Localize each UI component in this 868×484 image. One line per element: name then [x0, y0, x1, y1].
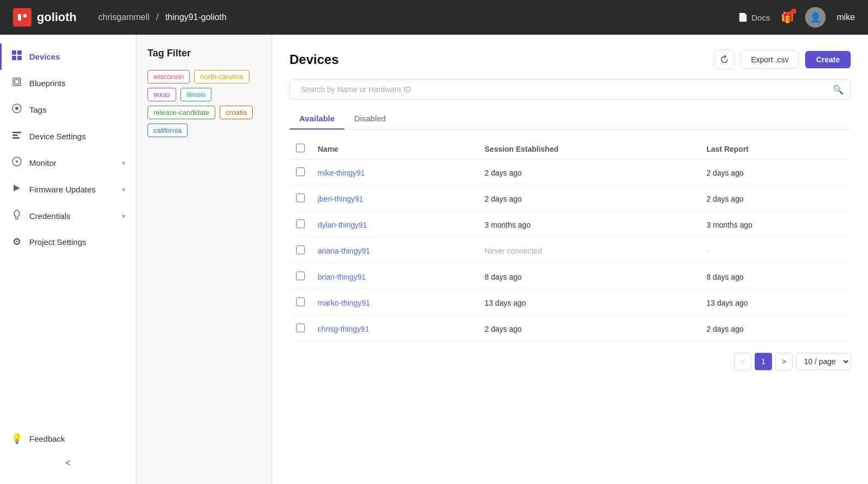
table-row: jberi-thingy91 2 days ago 2 days ago: [290, 186, 851, 212]
device-name-cell[interactable]: dylan-thingy91: [311, 212, 478, 238]
sidebar-item-label: Tags: [29, 105, 47, 114]
row-checkbox[interactable]: [296, 220, 305, 228]
tags-container: wisconsinnorth-carolinatexasillinoisrele…: [147, 70, 261, 137]
last-report-cell: 2 days ago: [700, 160, 851, 186]
tag-california[interactable]: california: [147, 124, 188, 137]
notification-badge: [791, 9, 796, 14]
last-report-cell: 13 days ago: [700, 290, 851, 316]
tag-illinois[interactable]: illinois: [181, 88, 211, 101]
gift-button[interactable]: 🎁: [781, 11, 794, 24]
export-button[interactable]: Export .csv: [741, 50, 799, 69]
project-settings-icon: ⚙: [11, 236, 23, 248]
tab-disabled[interactable]: Disabled: [344, 108, 395, 130]
last-report-cell: 3 months ago: [700, 212, 851, 238]
row-checkbox[interactable]: [296, 324, 305, 332]
device-name-cell[interactable]: marko-thingy91: [311, 290, 478, 316]
table-row: chrisg-thingy91 2 days ago 2 days ago: [290, 316, 851, 342]
breadcrumb-project[interactable]: thingy91-golioth: [165, 12, 227, 22]
blueprints-icon: [11, 76, 23, 90]
search-icon: 🔍: [833, 85, 844, 95]
row-checkbox-cell: [290, 290, 311, 316]
breadcrumb-separator: /: [156, 12, 158, 22]
refresh-button[interactable]: [715, 50, 734, 69]
logo-text: golioth: [37, 10, 76, 24]
svg-point-9: [15, 107, 18, 110]
sidebar-item-devices[interactable]: Devices: [0, 43, 136, 70]
row-checkbox-cell: [290, 212, 311, 238]
pagination-prev[interactable]: <: [734, 353, 751, 370]
tag-wisconsin[interactable]: wisconsin: [147, 70, 190, 83]
chevron-down-icon: ▾: [122, 186, 125, 193]
last-report-cell: 2 days ago: [700, 316, 851, 342]
table-header-session: Session Established: [478, 138, 700, 160]
device-name-cell[interactable]: mike-thingy91: [311, 160, 478, 186]
tag-croatia[interactable]: croatia: [220, 106, 253, 119]
feedback-icon: 💡: [11, 433, 23, 444]
avatar[interactable]: 👤: [805, 7, 826, 28]
search-input[interactable]: [297, 80, 833, 99]
pagination-page-1[interactable]: 1: [755, 353, 772, 370]
device-name-cell[interactable]: chrisg-thingy91: [311, 316, 478, 342]
row-checkbox-cell: [290, 186, 311, 212]
svg-rect-6: [13, 78, 21, 86]
last-report-cell: -: [700, 238, 851, 264]
svg-rect-5: [17, 56, 22, 60]
svg-point-14: [16, 160, 18, 163]
tag-north-carolina[interactable]: north-carolina: [194, 70, 249, 83]
sidebar-item-monitor[interactable]: Monitor ▾: [0, 150, 136, 176]
last-report-cell: 8 days ago: [700, 264, 851, 290]
session-cell: 3 months ago: [478, 212, 700, 238]
create-button[interactable]: Create: [805, 51, 851, 68]
session-cell: 2 days ago: [478, 186, 700, 212]
breadcrumb-user[interactable]: chrisgammell: [98, 12, 149, 22]
topnav-right: 📄 Docs 🎁 👤 mike: [738, 7, 855, 28]
table-row: brian-thingy91 8 days ago 8 days ago: [290, 264, 851, 290]
sidebar-item-label: Device Settings: [29, 132, 86, 141]
search-box: 🔍: [290, 79, 851, 100]
sidebar-bottom: 💡 Feedback <: [0, 426, 136, 475]
table-row: ariana-thingy91 Never connected -: [290, 238, 851, 264]
select-all-checkbox[interactable]: [296, 144, 305, 152]
svg-rect-7: [15, 80, 19, 84]
row-checkbox[interactable]: [296, 246, 305, 254]
svg-rect-10: [12, 132, 21, 133]
row-checkbox[interactable]: [296, 298, 305, 306]
svg-rect-12: [12, 137, 20, 139]
sidebar-item-project-settings[interactable]: ⚙ Project Settings: [0, 229, 136, 254]
chevron-down-icon: ▾: [122, 159, 125, 167]
sidebar-item-tags[interactable]: Tags: [0, 96, 136, 123]
sidebar-item-feedback[interactable]: 💡 Feedback: [0, 426, 136, 451]
pagination-next[interactable]: >: [775, 353, 793, 370]
svg-marker-15: [14, 185, 20, 191]
row-checkbox[interactable]: [296, 193, 305, 202]
tag-release-candidate[interactable]: release-candidate: [147, 106, 215, 119]
pagination: < 1 > 10 / page 20 / page 50 / page: [290, 353, 851, 370]
table-row: marko-thingy91 13 days ago 13 days ago: [290, 290, 851, 316]
sidebar-item-blueprints[interactable]: Blueprints: [0, 70, 136, 96]
device-name-cell[interactable]: ariana-thingy91: [311, 238, 478, 264]
devices-table: Name Session Established Last Report mik…: [290, 138, 851, 342]
sidebar-collapse-button[interactable]: <: [0, 451, 136, 475]
logo[interactable]: golioth: [13, 8, 76, 27]
row-checkbox[interactable]: [296, 167, 305, 176]
devices-icon: [11, 50, 23, 63]
docs-label: Docs: [751, 13, 770, 22]
docs-icon: 📄: [738, 12, 748, 22]
sidebar-item-device-settings[interactable]: Device Settings: [0, 123, 136, 150]
page-size-select[interactable]: 10 / page 20 / page 50 / page: [796, 353, 851, 370]
firmware-icon: [11, 183, 23, 196]
topnav: golioth chrisgammell / thingy91-golioth …: [0, 0, 868, 35]
tab-available[interactable]: Available: [290, 108, 344, 130]
tag-texas[interactable]: texas: [147, 88, 176, 101]
devices-panel: Devices Export .csv Create 🔍 AvailableDi…: [272, 35, 868, 484]
row-checkbox[interactable]: [296, 272, 305, 280]
sidebar-feedback-label: Feedback: [29, 434, 65, 443]
sidebar-item-firmware-updates[interactable]: Firmware Updates ▾: [0, 176, 136, 203]
collapse-icon: <: [65, 457, 71, 469]
sidebar-item-label: Credentials: [29, 211, 70, 221]
session-cell: 2 days ago: [478, 316, 700, 342]
docs-link[interactable]: 📄 Docs: [738, 12, 770, 22]
device-name-cell[interactable]: jberi-thingy91: [311, 186, 478, 212]
device-name-cell[interactable]: brian-thingy91: [311, 264, 478, 290]
sidebar-item-credentials[interactable]: Credentials ▾: [0, 203, 136, 229]
